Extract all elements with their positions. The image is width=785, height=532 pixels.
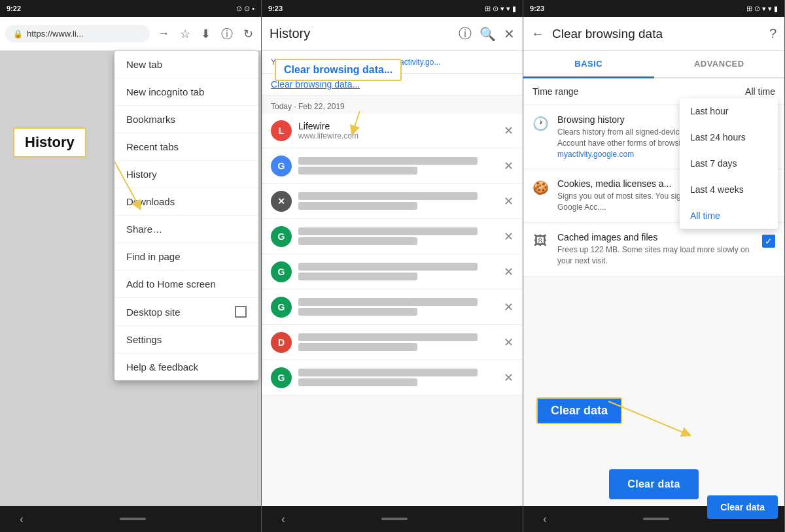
history-title: History [270,26,451,41]
time-range-dropdown: Last hour Last 24 hours Last 7 days Last… [680,98,778,229]
history-item-content-blurred-7 [298,367,497,388]
chrome-toolbar: 🔒 https://www.li... → ☆ ⬇ ⓘ ↻ [0,17,261,51]
panel-history: 9:23 ⊞ ⊙ ▾ ▾ ▮ History ⓘ 🔍 ✕ Your Google… [262,0,523,532]
status-time-3: 9:23 [530,5,544,12]
history-item-lifewire[interactable]: L Lifewire www.lifewire.com ✕ [262,114,523,148]
nav-pill-2 [381,518,408,520]
checkbox-cached[interactable]: ✓ [762,235,775,248]
remove-btn-3[interactable]: ✕ [504,194,514,208]
blurred-title-1 [298,157,478,165]
back-icon-clear[interactable]: ← [531,26,544,41]
menu-item-bookmarks[interactable]: Bookmarks [114,106,258,133]
dropdown-last-hour[interactable]: Last hour [680,98,778,124]
history-date-header: Today · Feb 22, 2019 [262,95,523,114]
data-item-title-cached: Cached images and files [557,232,753,242]
menu-item-new-tab-label: New tab [126,59,162,70]
menu-item-add-home-label: Add to Home screen [126,278,216,290]
blurred-title-5 [298,298,478,306]
lock-icon: 🔒 [13,29,23,39]
history-item-blurred-6[interactable]: D ✕ [262,325,523,360]
menu-item-downloads-label: Downloads [126,196,175,207]
myactivity-link-2[interactable]: myactivity.google.com [557,150,634,159]
menu-item-recent-tabs[interactable]: Recent tabs [114,133,258,161]
back-icon[interactable]: → [155,24,172,43]
dropdown-last-7d[interactable]: Last 7 days [680,150,778,176]
back-arrow-3[interactable]: ‹ [543,512,547,526]
menu-item-find[interactable]: Find in page [114,243,258,271]
history-item-blurred-3[interactable]: G ✕ [262,219,523,254]
image-icon: 🖼 [532,233,548,248]
remove-btn-4[interactable]: ✕ [504,229,514,244]
star-icon[interactable]: ☆ [177,24,193,44]
history-item-blurred-4[interactable]: G ✕ [262,254,523,290]
history-item-title-lifewire: Lifewire [298,121,497,131]
tab-basic[interactable]: BASIC [523,51,654,78]
menu-item-help[interactable]: Help & feedback [114,354,258,380]
clear-data-button[interactable]: Clear data [609,469,698,499]
back-arrow-1[interactable]: ‹ [20,512,24,526]
panel-chrome-menu: 9:22 ⊙ ⊙ • 🔒 https://www.li... → ☆ ⬇ ⓘ ↻… [0,0,262,532]
menu-item-downloads[interactable]: Downloads [114,188,258,216]
favicon-blurred-5: G [271,297,292,318]
menu-item-history[interactable]: History [114,161,258,188]
data-item-cached[interactable]: 🖼 Cached images and files Frees up 122 M… [523,223,784,276]
history-item-blurred-7[interactable]: G ✕ [262,360,523,395]
info-circle-icon[interactable]: ⓘ [459,25,472,42]
back-arrow-2[interactable]: ‹ [281,512,285,526]
help-icon[interactable]: ? [769,26,776,41]
menu-item-add-home[interactable]: Add to Home screen [114,271,258,298]
remove-btn-lifewire[interactable]: ✕ [504,124,514,138]
remove-btn-7[interactable]: ✕ [504,335,514,350]
dropdown-all-time[interactable]: All time [680,203,778,229]
blurred-title-2 [298,192,478,200]
annotation-clear-label: Clear browsing data... [275,59,402,81]
blurred-title-7 [298,369,478,376]
bottom-nav-2: ‹ [262,506,523,532]
nav-pill-1 [120,518,146,520]
history-item-content-blurred-2 [298,190,497,212]
remove-btn-5[interactable]: ✕ [504,265,514,279]
download-icon[interactable]: ⬇ [198,24,213,44]
search-icon[interactable]: 🔍 [480,26,496,42]
status-icons-2: ⊞ ⊙ ▾ ▾ ▮ [485,5,516,13]
history-item-blurred-5[interactable]: G ✕ [262,290,523,325]
url-bar[interactable]: 🔒 https://www.li... [5,25,150,42]
menu-item-desktop-label: Desktop site [126,307,181,318]
refresh-icon[interactable]: ↻ [241,24,256,44]
history-item-url-lifewire: www.lifewire.com [298,131,497,141]
tab-advanced[interactable]: ADVANCED [654,51,785,77]
desktop-checkbox[interactable] [235,306,247,318]
menu-item-bookmarks-label: Bookmarks [126,114,175,125]
close-icon[interactable]: ✕ [504,26,515,42]
menu-item-share[interactable]: Share… [114,216,258,243]
remove-btn-2[interactable]: ✕ [504,159,514,173]
blurred-url-2 [298,202,417,210]
menu-item-new-tab[interactable]: New tab [114,51,258,78]
history-item-content-blurred-1 [298,155,497,176]
menu-item-settings[interactable]: Settings [114,326,258,354]
menu-item-settings-label: Settings [126,334,162,345]
remove-btn-8[interactable]: ✕ [504,371,514,385]
clear-data-button-floating[interactable]: Clear data [707,495,778,519]
blurred-url-6 [298,343,417,351]
menu-item-incognito[interactable]: New incognito tab [114,78,258,106]
chrome-menu: New tab New incognito tab Bookmarks Rece… [114,51,258,380]
menu-item-desktop[interactable]: Desktop site [114,298,258,326]
clear-toolbar-title: Clear browsing data [552,27,761,41]
status-bar-2: 9:23 ⊞ ⊙ ▾ ▾ ▮ [262,0,523,17]
remove-btn-6[interactable]: ✕ [504,300,514,314]
menu-item-recent-tabs-label: Recent tabs [126,141,179,152]
history-item-blurred-1[interactable]: G ✕ [262,148,523,184]
nav-pill-3 [643,518,669,520]
blurred-url-5 [298,308,417,316]
dropdown-last-24h[interactable]: Last 24 hours [680,124,778,150]
favicon-blurred-3: G [271,226,292,247]
info-icon[interactable]: ⓘ [218,24,236,44]
menu-item-incognito-label: New incognito tab [126,86,204,97]
history-item-content-blurred-6 [298,331,497,353]
dropdown-last-4w[interactable]: Last 4 weeks [680,176,778,203]
blurred-title-6 [298,333,478,341]
history-item-blurred-2[interactable]: ✕ ✕ [262,184,523,219]
history-item-content-lifewire: Lifewire www.lifewire.com [298,121,497,141]
clear-toolbar: ← Clear browsing data ? [523,17,784,51]
